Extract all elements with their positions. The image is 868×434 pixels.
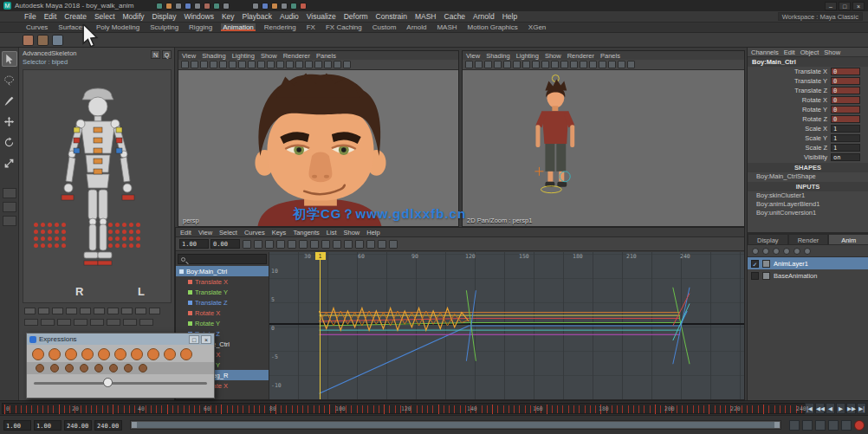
finger-picker-dot[interactable]: [55, 230, 59, 234]
menu-audio[interactable]: Audio: [280, 12, 299, 21]
channel-row[interactable]: Translate Y: [176, 287, 269, 297]
move-tool[interactable]: [2, 113, 17, 129]
channel-box-menu-edit[interactable]: Edit: [784, 49, 795, 56]
finger-picker-dot[interactable]: [136, 223, 140, 227]
finger-picker-dot[interactable]: [115, 223, 120, 227]
layer-tab-display[interactable]: Display: [748, 234, 788, 245]
curve-graph-area[interactable]: 1050-5-10 306090120150180210240 1: [269, 252, 744, 399]
shelf-tab-xgen[interactable]: XGen: [527, 23, 547, 31]
auto-keyframe-toggle[interactable]: [854, 420, 865, 431]
picker-button[interactable]: [123, 319, 137, 326]
layout-shortcut[interactable]: [3, 216, 16, 226]
range-start-handle[interactable]: [132, 422, 137, 428]
picker-button[interactable]: [41, 319, 55, 326]
finger-picker-dot[interactable]: [122, 230, 126, 234]
input-node[interactable]: Boy:skinCluster1: [748, 191, 868, 200]
graph-toolbar-icon[interactable]: [366, 240, 375, 249]
anim-layer-row[interactable]: BaseAnimation: [748, 269, 868, 282]
pose-thumbnail[interactable]: [32, 348, 44, 360]
expression-weight-slider[interactable]: [34, 376, 207, 390]
menu-create[interactable]: Create: [64, 12, 87, 21]
finger-picker-dot[interactable]: [62, 243, 66, 248]
pose-thumbnail[interactable]: [109, 364, 118, 372]
titlebar-icon[interactable]: [213, 3, 220, 10]
viewport-toolbar-icon[interactable]: [181, 61, 189, 68]
menu-file[interactable]: File: [24, 12, 36, 21]
finger-picker-dot[interactable]: [115, 243, 120, 248]
range-value-field[interactable]: 240.00: [64, 420, 92, 431]
picker-button[interactable]: [135, 308, 146, 314]
titlebar-icon[interactable]: [300, 3, 307, 10]
playback-range[interactable]: [132, 422, 780, 428]
viewport-toolbar-icon[interactable]: [522, 61, 530, 68]
channel-row[interactable]: Translate Z: [176, 297, 269, 308]
graph-toolbar-icon[interactable]: [310, 240, 319, 249]
animation-option-icon[interactable]: [815, 420, 826, 431]
animation-option-icon[interactable]: [841, 420, 852, 431]
keyframe-tick-area[interactable]: 020406080100120140160180200220240: [2, 403, 806, 414]
attribute-value-field[interactable]: 0: [831, 68, 860, 75]
titlebar-icon[interactable]: [262, 3, 269, 10]
viewport-toolbar-icon[interactable]: [210, 61, 217, 68]
key-stat-field[interactable]: 0.00: [211, 239, 240, 249]
pose-thumbnail[interactable]: [50, 364, 59, 372]
graph-menu-view[interactable]: View: [198, 229, 212, 236]
graph-menu-tangents[interactable]: Tangents: [293, 229, 319, 236]
shelf-icon[interactable]: [37, 35, 49, 46]
attribute-value-field[interactable]: 0: [831, 96, 860, 104]
graph-menu-show[interactable]: Show: [344, 229, 360, 236]
menu-cache[interactable]: Cache: [444, 12, 466, 21]
menu-mash[interactable]: MASH: [415, 12, 437, 21]
viewport-toolbar-icon[interactable]: [276, 61, 284, 68]
titlebar-icon[interactable]: [252, 3, 259, 10]
viewport-menu-shading[interactable]: Shading: [202, 52, 226, 60]
pose-thumbnail[interactable]: [180, 348, 192, 360]
finger-picker-dot[interactable]: [48, 223, 52, 227]
channel-box-menu-object[interactable]: Object: [800, 49, 819, 56]
menu-arnold[interactable]: Arnold: [473, 12, 495, 21]
viewport-toolbar-icon[interactable]: [248, 61, 256, 68]
rotate-tool[interactable]: [2, 134, 17, 150]
graph-toolbar-icon[interactable]: [321, 240, 330, 249]
layer-toolbar-icon[interactable]: [762, 248, 769, 255]
pose-thumbnail[interactable]: [36, 364, 44, 372]
shelf-tab-arnold[interactable]: Arnold: [405, 23, 428, 31]
finger-picker-dot[interactable]: [129, 230, 133, 234]
finger-picker-dot[interactable]: [55, 223, 59, 227]
graph-toolbar-icon[interactable]: [288, 240, 296, 249]
viewport-toolbar-icon[interactable]: [343, 61, 351, 68]
current-time-flag[interactable]: 1: [315, 252, 326, 260]
pose-thumbnail[interactable]: [49, 348, 61, 360]
pose-thumbnail[interactable]: [139, 364, 147, 372]
graph-toolbar-icon[interactable]: [344, 240, 353, 249]
viewport-toolbar-icon[interactable]: [200, 61, 208, 68]
shelf-tab-rigging[interactable]: Rigging: [187, 23, 214, 31]
shelf-tab-mash[interactable]: MASH: [435, 23, 458, 31]
transport-button[interactable]: ◀◀: [815, 403, 825, 414]
finger-picker-dot[interactable]: [108, 243, 113, 248]
pose-thumbnail[interactable]: [94, 364, 103, 372]
layer-toolbar-icon[interactable]: [804, 248, 811, 255]
shape-node[interactable]: Boy:Main_CtrlShape: [748, 172, 868, 181]
graph-menu-help[interactable]: Help: [366, 229, 379, 236]
viewport-toolbar-icon[interactable]: [295, 61, 303, 68]
viewport-toolbar-icon[interactable]: [465, 61, 473, 68]
picker-button[interactable]: [66, 308, 77, 314]
channel-row[interactable]: Boy:Main_Ctrl: [176, 266, 269, 276]
shelf-tab-rendering[interactable]: Rendering: [262, 23, 298, 31]
graph-toolbar-icon[interactable]: [243, 240, 251, 249]
pose-thumbnail[interactable]: [164, 348, 176, 360]
viewport-menu-renderer[interactable]: Renderer: [283, 52, 310, 60]
titlebar-icon[interactable]: [156, 3, 163, 10]
pose-thumbnail[interactable]: [124, 364, 133, 372]
viewport-toolbar-icon[interactable]: [219, 61, 227, 68]
picker-button[interactable]: [52, 308, 63, 314]
pose-thumbnail[interactable]: [114, 348, 126, 360]
finger-picker-dot[interactable]: [34, 230, 38, 234]
shelf-icon[interactable]: [23, 35, 34, 46]
finger-picker-dot[interactable]: [55, 236, 59, 241]
finger-picker-dot[interactable]: [115, 236, 120, 241]
shelf-tab-fx-caching[interactable]: FX Caching: [324, 23, 364, 31]
finger-picker-dot[interactable]: [41, 223, 45, 227]
menu-constrain[interactable]: Constrain: [376, 12, 407, 21]
